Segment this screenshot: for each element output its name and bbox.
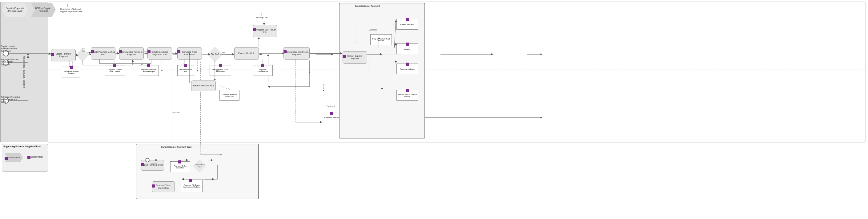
payment-institute-task[interactable]: Payment Institute xyxy=(234,47,259,59)
customer-payment-data: Customer Payment Order File xyxy=(219,90,240,101)
fully-paid-data: Fully or Partially Paid Invoice xyxy=(370,34,392,45)
supplier-offset1-marker xyxy=(5,157,8,160)
diagram-container: Supplier Payments Process Flow Supplier … xyxy=(0,0,868,219)
create-proposal-task[interactable]: Create Payment Proposal xyxy=(51,49,76,61)
order-cancelled-marker xyxy=(178,160,181,163)
create-method-plan-task[interactable]: Create Payment Method Plan xyxy=(91,47,116,59)
generate-trace2-task[interactable]: Generate Trace Information xyxy=(152,181,175,192)
payment-file-trace-marker xyxy=(219,64,222,67)
cancel-optional-label: Optional xyxy=(369,29,377,31)
proposal-created-marker xyxy=(70,66,73,69)
description-excl-icon: ! xyxy=(66,3,68,8)
cancellation-title: Cancellation of Payment xyxy=(355,5,380,7)
cancellation-box: Cancellation of Payment Cancel Supplier … xyxy=(339,3,425,138)
ack-create-payment-task[interactable]: Acknowledge and Create Payment xyxy=(283,47,310,59)
flow-arrows-svg: Yes Yes No xyxy=(0,0,868,219)
create-proposal-marker xyxy=(51,53,54,56)
ack-proposal-marker xyxy=(119,50,122,53)
parked-payment-marker xyxy=(406,18,409,21)
cancel-supplier-payment-task[interactable]: Cancel Supplier Payment xyxy=(343,51,367,63)
file-ok-gateway: File Ok? xyxy=(208,47,222,62)
voucher-marker xyxy=(406,43,409,46)
norwegian-ebf-task[interactable]: Norwegian EBF Return File xyxy=(253,25,277,37)
require-new-file-gateway: Require New File? xyxy=(193,160,206,172)
svg-text:Yes: Yes xyxy=(222,52,226,54)
ack-create-payment-marker xyxy=(283,50,286,53)
auth-planned-label: Authorized Planned Non-Supplier Payments xyxy=(1,58,21,65)
payment-file-updated-marker xyxy=(189,179,192,182)
arrows-svg xyxy=(0,0,868,219)
proposal-ack-marker xyxy=(147,64,150,67)
svg-line-68 xyxy=(220,86,229,90)
description-annotation: Description of Automatic Supplier Paymen… xyxy=(57,8,85,13)
cancel-sup-payment-marker xyxy=(343,55,346,58)
generate-trace2-marker xyxy=(152,185,155,188)
optional-label2: Optional xyxy=(327,105,335,107)
cancel-order-title: Cancellation of Payment Order xyxy=(161,146,192,148)
generate-trace-task[interactable]: Generate Trace Information xyxy=(177,47,202,59)
norway-only-label: Norway Only xyxy=(253,16,271,19)
bdr-shape: BDR for Supplier Payments xyxy=(31,3,56,17)
norwegian-ebf-marker xyxy=(253,28,256,31)
pool-label: Supplier Payments Process Flow xyxy=(0,2,48,142)
method-plan-created-marker xyxy=(113,64,116,67)
auth-recurring-label: Authorized Recurring Supplier Payment It… xyxy=(1,96,21,103)
cancel-order-marker xyxy=(141,163,144,166)
payment-rollback-marker xyxy=(406,63,409,66)
create-electronic-marker xyxy=(148,50,151,53)
cancel-order-subprocess: Cancellation of Payment Order Cancel Pay… xyxy=(136,144,259,199)
support-title: Supporting Process: Supplier Offset xyxy=(3,145,46,147)
create-electronic-task[interactable]: Create Electronic Payment Order xyxy=(148,47,172,59)
method-plan-gateway xyxy=(76,49,89,61)
optional-label: Optional xyxy=(172,111,180,113)
process-level-shape: Supplier Payments (Process Level) xyxy=(2,3,28,17)
cancel-payment-order-task[interactable]: Cancel Payment Order xyxy=(141,160,164,170)
partially-paid-marker xyxy=(406,89,409,92)
payment-matched-marker xyxy=(330,112,333,115)
payment-order-file-marker xyxy=(184,64,187,67)
create-method-plan-marker xyxy=(91,50,94,53)
support-process-box: Supporting Process: Supplier Offset Supp… xyxy=(2,144,48,171)
supplier-invoice-label: Supplier Invoice Finally Posted and Auth… xyxy=(1,45,21,52)
repeat-media-task[interactable]: Repeat Media Output xyxy=(191,81,216,91)
supplier-offset2-marker xyxy=(27,156,30,159)
payment-spec-marker xyxy=(261,64,264,67)
yes-label: Yes xyxy=(82,47,85,49)
generate-trace-marker xyxy=(177,50,180,53)
ack-proposal-task[interactable]: Acknowledge Payment Proposal xyxy=(119,47,144,59)
